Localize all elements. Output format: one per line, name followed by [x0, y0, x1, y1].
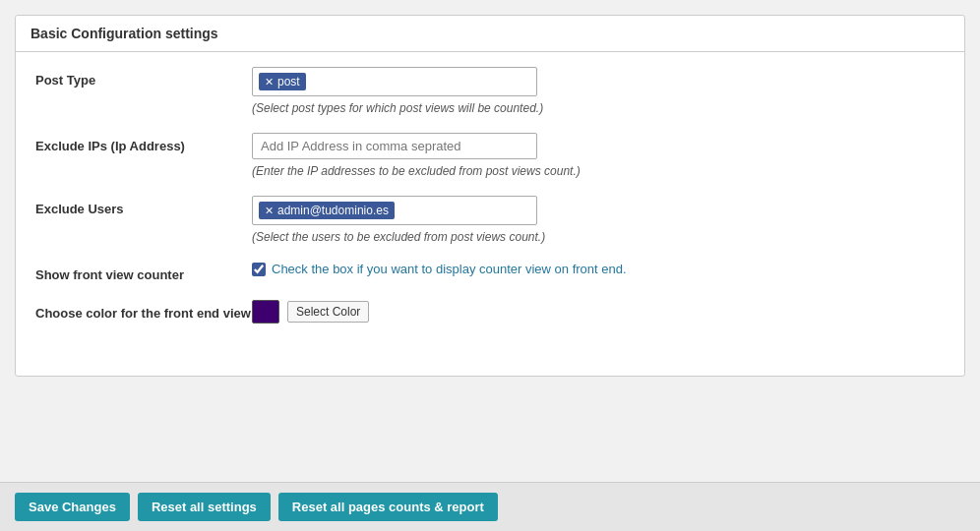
- post-type-label: Post Type: [35, 67, 252, 88]
- show-front-counter-row: Show front view counter Check the box if…: [35, 262, 945, 282]
- exclude-ips-field: (Enter the IP addresses to be excluded f…: [252, 133, 945, 178]
- reset-all-settings-button[interactable]: Reset all settings: [138, 493, 271, 521]
- exclude-users-row: Exclude Users ✕ admin@tudominio.es (Sele…: [35, 196, 945, 244]
- exclude-users-hint: (Select the users to be excluded from po…: [252, 230, 945, 244]
- post-type-row: Post Type ✕ post (Select post types for …: [35, 67, 945, 115]
- post-type-hint: (Select post types for which post views …: [252, 101, 945, 115]
- post-type-tag[interactable]: ✕ post: [259, 73, 306, 90]
- color-swatch[interactable]: [252, 300, 279, 324]
- exclude-users-field: ✕ admin@tudominio.es (Select the users t…: [252, 196, 945, 244]
- exclude-users-tag-remove[interactable]: ✕: [265, 205, 274, 217]
- show-front-counter-checkbox-label: Check the box if you want to display cou…: [272, 262, 627, 276]
- exclude-users-label: Exclude Users: [35, 196, 252, 216]
- post-type-field: ✕ post (Select post types for which post…: [252, 67, 945, 115]
- exclude-users-tag-label: admin@tudominio.es: [277, 204, 389, 217]
- choose-color-label: Choose color for the front end view: [35, 300, 252, 321]
- checkbox-row: Check the box if you want to display cou…: [252, 262, 945, 276]
- exclude-users-tag[interactable]: ✕ admin@tudominio.es: [259, 202, 395, 219]
- exclude-ips-hint: (Enter the IP addresses to be excluded f…: [252, 164, 945, 178]
- show-front-counter-label: Show front view counter: [35, 262, 252, 282]
- choose-color-field: Select Color: [252, 300, 945, 324]
- color-picker-row: Select Color: [252, 300, 945, 324]
- show-front-counter-field: Check the box if you want to display cou…: [252, 262, 945, 276]
- config-box-title: Basic Configuration settings: [16, 16, 964, 52]
- exclude-ips-row: Exclude IPs (Ip Address) (Enter the IP a…: [35, 133, 945, 178]
- select-color-button[interactable]: Select Color: [287, 301, 369, 323]
- exclude-users-input[interactable]: ✕ admin@tudominio.es: [252, 196, 537, 225]
- show-front-counter-checkbox[interactable]: [252, 263, 266, 276]
- save-changes-button[interactable]: Save Changes: [15, 493, 130, 521]
- post-type-input[interactable]: ✕ post: [252, 67, 537, 96]
- reset-counts-button[interactable]: Reset all pages counts & report: [278, 493, 498, 521]
- footer-bar: Save Changes Reset all settings Reset al…: [0, 482, 980, 531]
- exclude-ips-label: Exclude IPs (Ip Address): [35, 133, 252, 153]
- choose-color-row: Choose color for the front end view Sele…: [35, 300, 945, 324]
- post-type-tag-remove[interactable]: ✕: [265, 76, 274, 88]
- exclude-ips-input[interactable]: [252, 133, 537, 159]
- post-type-tag-label: post: [277, 75, 300, 88]
